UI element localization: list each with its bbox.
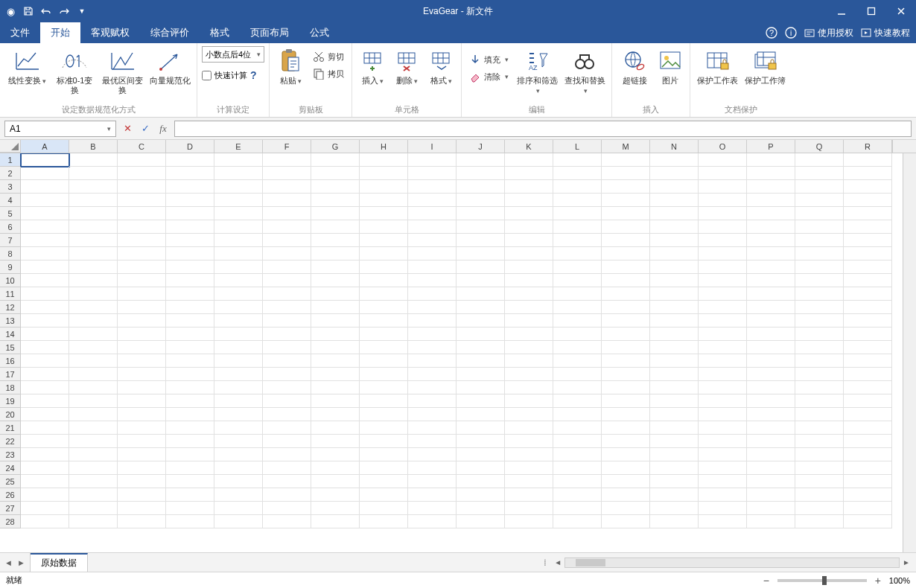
cell[interactable]: [650, 381, 699, 394]
cell[interactable]: [747, 314, 795, 327]
cell[interactable]: [457, 314, 505, 327]
cell[interactable]: [360, 475, 408, 488]
cell[interactable]: [311, 381, 360, 394]
cell[interactable]: [69, 448, 118, 461]
cell[interactable]: [650, 421, 699, 435]
cell[interactable]: [602, 167, 650, 180]
cell[interactable]: [21, 327, 69, 341]
cell[interactable]: [69, 287, 118, 301]
cell[interactable]: [21, 408, 69, 421]
cell[interactable]: [650, 368, 699, 381]
cell[interactable]: [505, 301, 553, 314]
cell[interactable]: [311, 167, 360, 180]
row-header[interactable]: 15: [0, 341, 21, 354]
cell[interactable]: [311, 394, 360, 408]
cell[interactable]: [21, 502, 69, 515]
cell[interactable]: [457, 502, 505, 515]
cell[interactable]: [214, 408, 263, 421]
cell[interactable]: [505, 502, 553, 515]
cell[interactable]: [311, 274, 360, 287]
cell[interactable]: [214, 502, 263, 515]
cell[interactable]: [360, 153, 408, 167]
cell[interactable]: [263, 368, 311, 381]
cell[interactable]: [166, 502, 214, 515]
cell[interactable]: [360, 287, 408, 301]
zoom-in-button[interactable]: +: [873, 575, 883, 587]
copy-button[interactable]: 拷贝: [310, 66, 347, 81]
row-header[interactable]: 8: [0, 247, 21, 261]
tab-formula[interactable]: 公式: [299, 22, 340, 43]
cell[interactable]: [699, 421, 747, 435]
cell[interactable]: [21, 287, 69, 301]
cell[interactable]: [699, 180, 747, 194]
cell[interactable]: [553, 153, 602, 167]
row-header[interactable]: 19: [0, 394, 21, 408]
cell[interactable]: [69, 421, 118, 435]
cell[interactable]: [553, 448, 602, 461]
cell[interactable]: [505, 408, 553, 421]
cell[interactable]: [699, 314, 747, 327]
qat-customize-icon[interactable]: ▼: [76, 5, 88, 17]
cell[interactable]: [118, 234, 166, 247]
cell[interactable]: [844, 274, 892, 287]
cell[interactable]: [650, 488, 699, 502]
row-header[interactable]: 13: [0, 314, 21, 327]
cell[interactable]: [69, 247, 118, 261]
cell[interactable]: [69, 220, 118, 234]
cell[interactable]: [263, 261, 311, 274]
row-header[interactable]: 6: [0, 220, 21, 234]
cell[interactable]: [69, 394, 118, 408]
cell[interactable]: [795, 261, 844, 274]
cell[interactable]: [166, 448, 214, 461]
cell[interactable]: [311, 194, 360, 207]
cell[interactable]: [263, 180, 311, 194]
cell[interactable]: [699, 354, 747, 368]
cell[interactable]: [699, 475, 747, 488]
cell[interactable]: [457, 515, 505, 528]
cell[interactable]: [747, 408, 795, 421]
cell[interactable]: [21, 354, 69, 368]
cell[interactable]: [311, 341, 360, 354]
row-header[interactable]: 3: [0, 180, 21, 194]
cell[interactable]: [311, 314, 360, 327]
cell[interactable]: [650, 220, 699, 234]
cell[interactable]: [360, 274, 408, 287]
cell[interactable]: [69, 475, 118, 488]
cell[interactable]: [795, 287, 844, 301]
cell[interactable]: [699, 448, 747, 461]
row-header[interactable]: 12: [0, 301, 21, 314]
cell[interactable]: [602, 502, 650, 515]
cell[interactable]: [21, 314, 69, 327]
cell[interactable]: [699, 461, 747, 475]
column-header[interactable]: B: [69, 140, 118, 153]
cell[interactable]: [650, 408, 699, 421]
cell[interactable]: [650, 194, 699, 207]
cell[interactable]: [69, 327, 118, 341]
cell[interactable]: [408, 435, 457, 448]
cell[interactable]: [505, 394, 553, 408]
tab-eval[interactable]: 综合评价: [140, 22, 200, 43]
cell[interactable]: [214, 220, 263, 234]
cell[interactable]: [699, 408, 747, 421]
cell[interactable]: [650, 354, 699, 368]
cell[interactable]: [408, 515, 457, 528]
cell[interactable]: [166, 475, 214, 488]
cell[interactable]: [311, 448, 360, 461]
cell[interactable]: [650, 314, 699, 327]
cell[interactable]: [553, 435, 602, 448]
row-header[interactable]: 26: [0, 488, 21, 502]
cell[interactable]: [408, 314, 457, 327]
cell[interactable]: [69, 341, 118, 354]
cell[interactable]: [844, 475, 892, 488]
cell[interactable]: [602, 408, 650, 421]
cell[interactable]: [166, 461, 214, 475]
cell[interactable]: [408, 488, 457, 502]
cell[interactable]: [166, 354, 214, 368]
cell[interactable]: [602, 421, 650, 435]
column-header[interactable]: L: [553, 140, 602, 153]
cell[interactable]: [118, 421, 166, 435]
cell[interactable]: [795, 327, 844, 341]
cell[interactable]: [360, 194, 408, 207]
cell[interactable]: [650, 180, 699, 194]
cell[interactable]: [69, 274, 118, 287]
